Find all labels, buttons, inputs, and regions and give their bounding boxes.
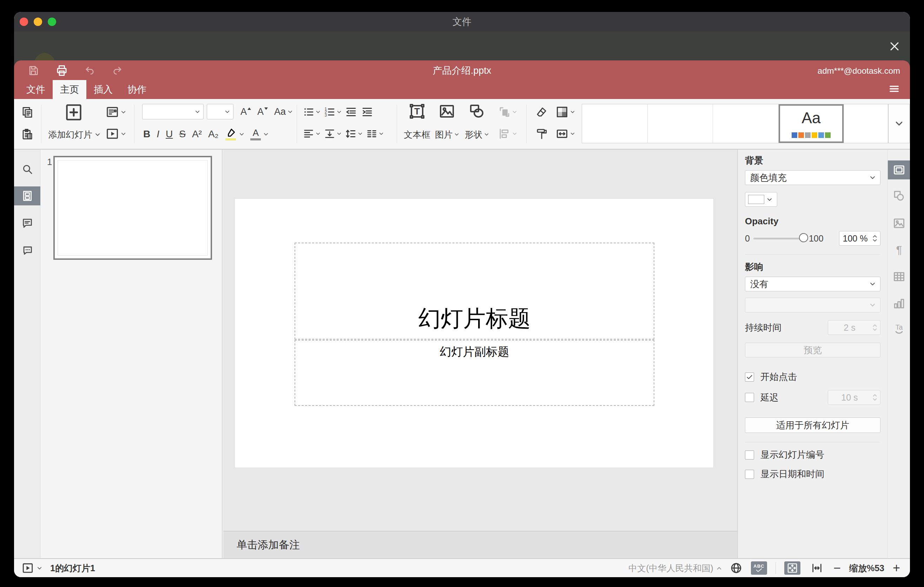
comments-panel-button[interactable] [14,214,40,233]
font-size-combo[interactable] [207,104,233,119]
paste-icon [21,128,34,140]
notes-area[interactable]: 单击添加备注 [223,531,737,558]
strikethrough-button[interactable]: S [179,129,186,140]
menu-button[interactable] [888,83,900,95]
spin-up-icon[interactable] [873,324,877,327]
theme-gallery-expand-button[interactable] [888,104,909,143]
show-date-time-checkbox[interactable] [745,470,754,479]
spin-up-icon[interactable] [873,235,877,238]
search-panel-button[interactable] [14,160,40,179]
table-settings-button[interactable] [888,267,910,286]
tab-insert[interactable]: 插入 [86,80,120,99]
shape-settings-button[interactable] [888,186,910,205]
insert-image-menu[interactable]: 图片 [432,128,462,141]
theme-tile[interactable] [648,104,713,143]
superscript-button[interactable]: A² [192,129,202,140]
line-spacing-button[interactable] [345,128,362,140]
preview-button[interactable]: 预览 [745,343,881,358]
clear-style-button[interactable] [534,104,550,120]
theme-tile[interactable] [582,104,648,143]
change-case-button[interactable]: Aa [272,104,295,119]
insert-shape-menu[interactable]: 形状 [462,128,492,141]
slider-knob[interactable] [799,233,808,242]
zoom-out-button[interactable]: − [833,562,841,574]
slide-thumbnail[interactable] [53,156,212,260]
subscript-button[interactable]: A₂ [208,129,219,140]
effect-type-select[interactable] [745,298,881,312]
spellcheck-button[interactable]: ABC [751,561,767,575]
theme-palette [779,132,844,138]
align-shape-button[interactable] [497,126,518,142]
bold-button[interactable]: B [143,129,150,140]
underline-button[interactable]: U [166,129,173,140]
background-color-swatch[interactable] [745,192,777,207]
start-on-click-checkbox[interactable] [745,373,754,382]
decrease-indent-button[interactable] [345,106,357,118]
opacity-spinbox[interactable]: 100 % [839,231,881,246]
theme-tile-selected[interactable]: Aa [779,104,844,143]
background-fill-select[interactable]: 颜色填充 [745,170,881,185]
add-slide-menu[interactable]: 添加幻灯片 [48,128,101,141]
language-selector[interactable]: 中文(中华人民共和国) [629,562,721,574]
add-slide-button[interactable] [59,102,89,123]
slide-settings-button[interactable] [888,160,910,180]
insert-textbox-button[interactable]: T [402,101,432,122]
zoom-in-button[interactable]: + [893,562,900,574]
title-placeholder[interactable]: 幻灯片标题 [295,242,654,340]
increase-font-button[interactable]: A [238,104,254,119]
slide-layout-button[interactable] [105,104,126,120]
italic-button[interactable]: I [157,129,159,140]
arrange-shape-button[interactable] [497,104,518,120]
spin-down-icon[interactable] [873,328,877,331]
paste-button[interactable] [19,126,36,143]
tab-home[interactable]: 主页 [53,80,86,99]
close-editor-button[interactable] [888,39,901,53]
insert-shape-button[interactable] [462,101,492,122]
decrease-font-button[interactable]: A [255,104,270,119]
spin-down-icon[interactable] [873,239,877,242]
delay-spinbox[interactable]: 10 s [828,390,881,405]
chevron-down-icon[interactable] [37,567,42,570]
bullets-button[interactable] [303,106,320,118]
effect-select[interactable]: 没有 [745,277,881,292]
opacity-slider[interactable] [753,233,806,244]
image-settings-button[interactable] [888,214,910,233]
shape-fill-button[interactable] [554,104,576,120]
start-slideshow-button[interactable] [105,126,126,142]
chart-settings-button[interactable] [888,294,910,313]
slide-size-button[interactable] [554,126,576,142]
tab-file[interactable]: 文件 [19,80,53,99]
apply-to-all-slides-button[interactable]: 适用于所有幻灯片 [745,417,881,433]
fit-to-slide-button[interactable] [784,561,800,575]
show-slide-number-checkbox[interactable] [745,450,754,460]
copy-style-button[interactable] [534,126,550,142]
horizontal-align-button[interactable] [303,128,320,140]
tab-collaboration[interactable]: 协作 [120,80,154,99]
delay-checkbox[interactable] [745,393,754,402]
document-language-button[interactable] [730,562,742,574]
insert-textbox-label[interactable]: 文本框 [404,129,431,140]
theme-tile[interactable] [844,104,888,143]
duration-spinbox[interactable]: 2 s [828,320,881,335]
increase-indent-button[interactable] [361,106,373,118]
slides-panel-button[interactable] [14,186,40,205]
paragraph-settings-button[interactable]: ¶ [888,241,910,259]
fit-to-width-button[interactable] [809,561,825,575]
columns-button[interactable] [366,128,383,140]
insert-image-button[interactable] [432,101,462,122]
font-color-button[interactable]: A [250,128,261,140]
highlight-color-button[interactable] [225,128,237,140]
ribbon-tabs: 文件 主页 插入 协作 [19,80,154,99]
theme-tile[interactable] [713,104,779,143]
copy-button[interactable] [19,104,36,121]
subtitle-placeholder[interactable]: 幻灯片副标题 [295,340,654,406]
spin-up-icon[interactable] [873,394,877,397]
numbering-button[interactable]: 123 [324,106,341,118]
start-slideshow-status-button[interactable] [22,562,34,574]
spin-down-icon[interactable] [873,398,877,401]
textart-settings-button[interactable]: Ta [888,320,910,338]
slide-canvas[interactable]: 幻灯片标题 幻灯片副标题 [234,198,714,468]
vertical-align-button[interactable] [324,128,341,140]
chat-panel-button[interactable] [14,241,40,259]
font-name-combo[interactable] [142,104,204,119]
